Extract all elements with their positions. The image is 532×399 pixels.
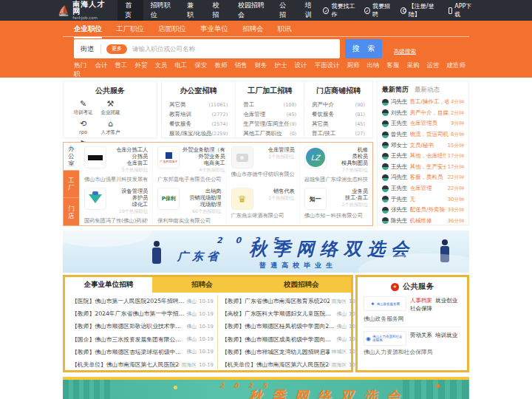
listing-title: 【教师】佛山市顺德区成美初级中学面向… — [222, 335, 335, 344]
job-categories-card: 办公室招聘 其它类(11061) 教育培训(2772) 餐饮服务(2574) 服… — [161, 81, 373, 138]
listing-row[interactable]: 【教师】佛山市顺德区杏坛梁球琚初级中…佛山10-19 — [72, 346, 214, 358]
camera-placeholder-icon — [231, 146, 253, 168]
service-training-cert[interactable]: ✎ 培训考证 — [69, 99, 97, 116]
listing-row[interactable]: 【教师】佛山市顺德区成美初级中学面向…佛山10-18 — [222, 333, 364, 346]
gov-service-item[interactable]: ◉ 佛山人力资源和社会保障局 劳动关系培训就业 — [364, 331, 461, 346]
resume-row[interactable]: 刘先生房产中介，自媒体…2分钟 — [382, 108, 464, 119]
service-rpo[interactable]: ⟲ rpo — [69, 119, 97, 136]
resume-name: 王先生 — [391, 163, 408, 171]
more-badge[interactable]: 更多 — [106, 44, 127, 54]
service-talent-settle[interactable]: ⌂ 人才落户 — [97, 119, 124, 136]
menu-home[interactable]: 首页 — [117, 0, 143, 21]
category-link[interactable]: 生产管理/车间主任(9) — [243, 119, 296, 129]
category-label: 房产中介 — [312, 101, 334, 109]
search-button[interactable]: 搜 索 — [345, 39, 382, 58]
tab-campus-fair[interactable]: 校园招聘会 — [252, 277, 352, 293]
listing-row[interactable]: 【教师】广东省佛山市南海区教育系统202…南海区10-19 — [222, 295, 364, 307]
category-link[interactable]: 餐饮服务(2574) — [169, 119, 228, 129]
category-link[interactable]: 餐饮服务(81) — [312, 109, 365, 119]
vtab-factory[interactable]: 工厂 — [64, 171, 79, 198]
house-icon: ⌂ — [97, 119, 124, 129]
menu-campus[interactable]: 校招 — [205, 0, 231, 21]
resume-row[interactable]: 曾先生物流，货运司机…8分钟 — [382, 129, 464, 140]
resume-job: 配送员/外卖骑手… — [410, 206, 446, 214]
advanced-search-link[interactable]: 高级搜索 — [394, 48, 416, 55]
company-card[interactable]: 设备管理员 养护员 绿化工 19个热招职位 国药集团冯了性(佛山)药材饮… — [79, 184, 152, 225]
resume-row[interactable]: 陈先生机械维修36分钟 — [382, 216, 464, 227]
listing-row[interactable]: 【机关单位】佛山市南海区第六人民医院2024…南海区10-18 — [222, 358, 364, 371]
listing-row[interactable]: 【教师】佛山市禅城区龙湾幼儿园招聘启事禅城区10-18 — [222, 346, 364, 358]
banner-figure-left — [150, 241, 163, 266]
gov-service-item[interactable]: ✦ 佛山政务服务网 人事档案就业创业 社会保障 — [364, 296, 461, 313]
listing-location: 佛山 — [187, 298, 197, 305]
category-link[interactable]: 房产中介(90) — [312, 100, 365, 109]
menu-jobs[interactable]: 招聘职位 — [143, 0, 180, 21]
region-dropdown[interactable]: 街道 — [74, 44, 100, 54]
service-tag[interactable]: 劳动关系 — [410, 332, 432, 338]
company-card[interactable]: LZ 机修 质检员 模具制图员 7个热招职位 超能集团广东绿洲生态科技… — [299, 143, 372, 184]
company-name: 佛山市存德牛仔纺织有限公司 — [231, 171, 295, 178]
category-link[interactable]: 其它类(45) — [312, 119, 365, 129]
listing-row[interactable]: 【教师】佛山市顺德区郑敬诒职业技术学…佛山10-19 — [72, 320, 214, 332]
category-link[interactable]: 普工(108) — [243, 100, 296, 109]
category-link[interactable]: 普工/技工(27) — [312, 129, 365, 138]
menu-campus-fair[interactable]: 校园招聘会 — [231, 0, 272, 21]
resume-row[interactable]: 邓女士文员/秘书15分钟 — [382, 140, 464, 151]
resume-row[interactable]: 王先生仓库管理员3分钟 — [382, 118, 464, 129]
hire-link[interactable]: ✓我要招聘 — [364, 2, 393, 18]
menu-training[interactable]: 培训 — [298, 0, 324, 21]
find-job-link[interactable]: ✓我要找工作 — [323, 2, 357, 18]
autumn-fair-banner[interactable]: 2 0 2 5 广东省 秋季网络双选会 普通高校毕业生 — [63, 231, 469, 273]
category-link[interactable]: 其它类(11061) — [169, 100, 228, 109]
tab-latest-activity[interactable]: 最新动态 — [415, 86, 440, 95]
category-link[interactable]: 教育培训(2772) — [169, 109, 228, 119]
menu-public[interactable]: 公招 — [272, 0, 298, 21]
tab-institution-jobs[interactable]: 企事业单位招聘 — [65, 277, 152, 293]
avatar — [382, 174, 389, 181]
resume-name: 陈先生 — [391, 217, 408, 225]
resume-row[interactable]: 王先生其他，生产安全员17分钟 — [382, 162, 464, 173]
company-card[interactable]: 仓库管理员 1个热招职位 佛山市存德牛仔纺织有限公司 — [226, 143, 299, 184]
resume-row[interactable]: 张先生配送员/外卖骑手…33分钟 — [382, 205, 464, 216]
service-tag[interactable]: 就业创业 — [435, 297, 457, 304]
team-icon: ⚒ — [97, 99, 124, 109]
menu-parttime[interactable]: 兼职 — [180, 0, 205, 21]
category-link[interactable]: 其他工厂类职位(0) — [243, 129, 296, 138]
company-card[interactable]: P保利 出纳岗 营销现场助理 现场助理 66个热招职位 保利华南实业有限公司 — [152, 184, 225, 225]
category-link[interactable]: 仓库管理(45) — [243, 109, 296, 119]
tab-job-fair[interactable]: 招聘会 — [152, 277, 252, 293]
hot-count: 4个热招职位 — [183, 167, 225, 174]
category-link[interactable]: 服装/珠宝/化妆品(2259) — [169, 129, 228, 138]
site-logo[interactable]: ⛵ 南海人才网 fsnhjob.com — [58, 1, 107, 21]
listing-row[interactable]: 【教师】佛山市顺德区桂凤初级中学面向2…佛山10-18 — [222, 320, 364, 332]
company-card[interactable]: 知一 业务员 技工·普工 2个热招职位 佛山市知一科技有限公司 — [299, 184, 372, 225]
resume-row[interactable]: 王先生仓库管理22分钟 — [382, 183, 464, 194]
vtab-store[interactable]: 门店 — [64, 197, 79, 225]
company-name: 佛山市山强星川科技发展有… — [84, 176, 148, 183]
service-tag[interactable]: 社会保障 — [410, 305, 432, 312]
tab-latest-resumes[interactable]: 最新简历 — [382, 85, 409, 95]
service-tag[interactable]: 人事档案 — [410, 297, 432, 304]
company-card[interactable]: 广东邦嘉电子 外贸业务助理（有 外贸业务员 电商美工 4个热招职位 广东邦嘉电子… — [152, 143, 225, 184]
resume-row[interactable]: 冯先生客服，质检员22分钟 — [382, 172, 464, 183]
listing-row[interactable]: 【国企】佛山市三水投资发展集团有限公…佛山10-19 — [72, 333, 214, 346]
resume-job: 客服，质检员 — [410, 174, 446, 181]
app-download-link[interactable]: APP下载 — [449, 2, 474, 18]
listing-row[interactable]: 【机关单位】佛山市南海区第七人民医院2024…南海区10-19 — [72, 358, 214, 371]
resume-row[interactable]: 王先生其他，仓库经理17分钟 — [382, 151, 464, 162]
listing-row[interactable]: 【高校】广东医科大学顺德妇女儿童医院…佛山10-19 — [222, 307, 364, 320]
company-card[interactable]: 仓库分拣工人 分拣员 仓库普工 5个热招职位 佛山市山强星川科技发展有… — [79, 143, 152, 184]
resume-row[interactable]: 于先生无30分钟 — [382, 194, 464, 205]
listing-row[interactable]: 【教师】2024年广东省佛山市第一中学招…佛山10-19 — [72, 307, 214, 320]
listing-date: 10-19 — [199, 349, 214, 355]
resume-row[interactable]: 冯先生普工/操作工，收…4分钟 — [382, 97, 464, 108]
service-tag[interactable]: 培训就业 — [435, 332, 457, 338]
listing-row[interactable]: 【医院】佛山市第一人民医院2025年招聘…佛山10-19 — [72, 295, 214, 307]
footer-fair-banner[interactable]: 2 0 2 5 秋季网络双选会 — [63, 377, 469, 399]
fs-gov-portal-logo: ✦ 佛山政务服务网 — [364, 296, 406, 311]
vtab-office[interactable]: 办公室 — [64, 143, 79, 171]
service-team-building[interactable]: ⚒ 企业团建 — [97, 99, 124, 116]
register-login-link[interactable]: 【注册/登陆】 — [400, 2, 441, 18]
company-card[interactable]: ♛ 销售代表 1个热招职位 广东燕京啤酒有限公司 — [226, 184, 299, 225]
search-input[interactable] — [132, 45, 340, 52]
